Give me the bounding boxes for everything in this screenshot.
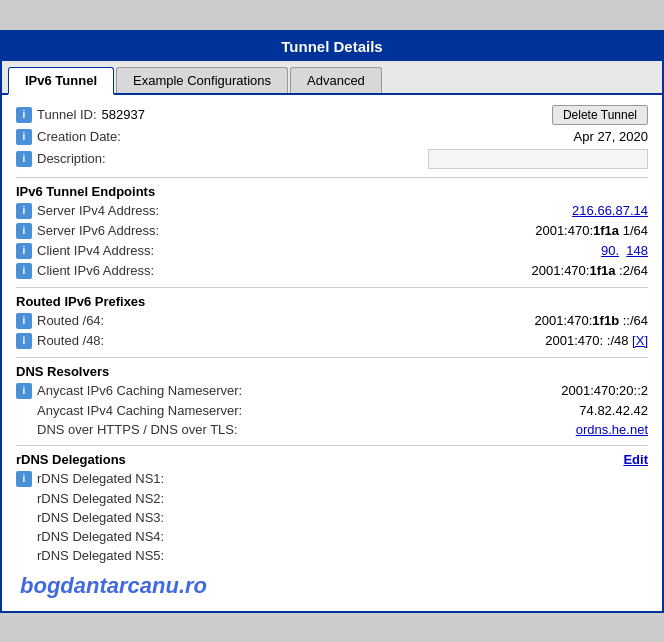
description-info-icon: i xyxy=(16,151,32,167)
anycast-ipv4-value: 74.82.42.42 xyxy=(579,403,648,418)
rdns-ns2-label: rDNS Delegated NS2: xyxy=(37,491,164,506)
anycast-ipv6-value: 2001:470:20::2 xyxy=(561,383,648,398)
client-ipv4-value: 90. 148 xyxy=(601,243,648,258)
rdns-ns3-label: rDNS Delegated NS3: xyxy=(37,510,164,525)
client-ipv6-info-icon: i xyxy=(16,263,32,279)
anycast-ipv6-label: Anycast IPv6 Caching Nameserver: xyxy=(37,383,242,398)
watermark: bogdantarcanu.ro xyxy=(16,569,648,601)
rdns-ns1-info-icon: i xyxy=(16,471,32,487)
rdns-ns4-label: rDNS Delegated NS4: xyxy=(37,529,164,544)
routed-prefixes-header: Routed IPv6 Prefixes xyxy=(16,287,648,309)
anycast-ipv6-row: i Anycast IPv6 Caching Nameserver: 2001:… xyxy=(16,383,648,399)
server-ipv4-row: i Server IPv4 Address: 216.66.87.14 xyxy=(16,203,648,219)
tunnel-details-window: Tunnel Details IPv6 Tunnel Example Confi… xyxy=(0,30,664,613)
routed48-row: i Routed /48: 2001:470: :/48 [X] xyxy=(16,333,648,349)
rdns-ns4-row: rDNS Delegated NS4: xyxy=(16,529,648,544)
tunnel-id-info-icon: i xyxy=(16,107,32,123)
routed64-label: Routed /64: xyxy=(37,313,104,328)
tunnel-id-row: i Tunnel ID: 582937 xyxy=(16,107,145,123)
rdns-ns2-row: rDNS Delegated NS2: xyxy=(16,491,648,506)
routed64-info-icon: i xyxy=(16,313,32,329)
tab-ipv6-tunnel[interactable]: IPv6 Tunnel xyxy=(8,67,114,95)
rdns-ns5-label: rDNS Delegated NS5: xyxy=(37,548,164,563)
dns-https-value[interactable]: ordns.he.net xyxy=(576,422,648,437)
description-input[interactable] xyxy=(428,149,648,169)
routed48-x-link[interactable]: [X] xyxy=(632,333,648,348)
description-row: i Description: xyxy=(16,149,648,169)
client-ipv6-value: 2001:470:1f1a :2/64 xyxy=(532,263,648,278)
creation-date-label: Creation Date: xyxy=(37,129,121,144)
tunnel-id-value: 582937 xyxy=(102,107,145,122)
server-ipv4-value[interactable]: 216.66.87.14 xyxy=(572,203,648,218)
client-ipv4-info-icon: i xyxy=(16,243,32,259)
rdns-ns3-row: rDNS Delegated NS3: xyxy=(16,510,648,525)
delete-tunnel-button[interactable]: Delete Tunnel xyxy=(552,105,648,125)
client-ipv4-row: i Client IPv4 Address: 90. 148 xyxy=(16,243,648,259)
client-ipv4-part1[interactable]: 90. xyxy=(601,243,619,258)
client-ipv6-label: Client IPv6 Address: xyxy=(37,263,154,278)
rdns-section-header: rDNS Delegations Edit xyxy=(16,445,648,467)
tab-example-configurations[interactable]: Example Configurations xyxy=(116,67,288,93)
tunnel-id-label: Tunnel ID: xyxy=(37,107,97,122)
creation-date-info-icon: i xyxy=(16,129,32,145)
routed64-row: i Routed /64: 2001:470:1f1b ::/64 xyxy=(16,313,648,329)
description-label: Description: xyxy=(37,151,106,166)
dns-resolvers-header: DNS Resolvers xyxy=(16,357,648,379)
rdns-ns1-row: i rDNS Delegated NS1: xyxy=(16,471,648,487)
window-title: Tunnel Details xyxy=(2,32,662,61)
creation-date-value: Apr 27, 2020 xyxy=(574,129,648,144)
client-ipv4-part2[interactable]: 148 xyxy=(626,243,648,258)
dns-https-row: DNS over HTTPS / DNS over TLS: ordns.he.… xyxy=(16,422,648,437)
dns-https-label: DNS over HTTPS / DNS over TLS: xyxy=(37,422,238,437)
tabs-bar: IPv6 Tunnel Example Configurations Advan… xyxy=(2,61,662,95)
routed64-value: 2001:470:1f1b ::/64 xyxy=(535,313,649,328)
server-ipv4-label: Server IPv4 Address: xyxy=(37,203,159,218)
rdns-ns1-label: rDNS Delegated NS1: xyxy=(37,471,164,486)
creation-date-row: i Creation Date: Apr 27, 2020 xyxy=(16,129,648,145)
server-ipv6-value: 2001:470:1f1a 1/64 xyxy=(535,223,648,238)
routed48-label: Routed /48: xyxy=(37,333,104,348)
server-ipv6-label: Server IPv6 Address: xyxy=(37,223,159,238)
client-ipv6-row: i Client IPv6 Address: 2001:470:1f1a :2/… xyxy=(16,263,648,279)
anycast-ipv6-info-icon: i xyxy=(16,383,32,399)
server-ipv6-row: i Server IPv6 Address: 2001:470:1f1a 1/6… xyxy=(16,223,648,239)
rdns-header-label: rDNS Delegations xyxy=(16,452,126,467)
routed48-value: 2001:470: :/48 [X] xyxy=(545,333,648,348)
ipv6-endpoints-header: IPv6 Tunnel Endpoints xyxy=(16,177,648,199)
client-ipv4-label: Client IPv4 Address: xyxy=(37,243,154,258)
anycast-ipv4-row: Anycast IPv4 Caching Nameserver: 74.82.4… xyxy=(16,403,648,418)
rdns-edit-link[interactable]: Edit xyxy=(623,452,648,467)
tab-advanced[interactable]: Advanced xyxy=(290,67,382,93)
routed48-info-icon: i xyxy=(16,333,32,349)
server-ipv4-info-icon: i xyxy=(16,203,32,219)
main-content: i Tunnel ID: 582937 Delete Tunnel i Crea… xyxy=(2,95,662,611)
server-ipv6-info-icon: i xyxy=(16,223,32,239)
rdns-ns5-row: rDNS Delegated NS5: xyxy=(16,548,648,563)
anycast-ipv4-label: Anycast IPv4 Caching Nameserver: xyxy=(37,403,242,418)
